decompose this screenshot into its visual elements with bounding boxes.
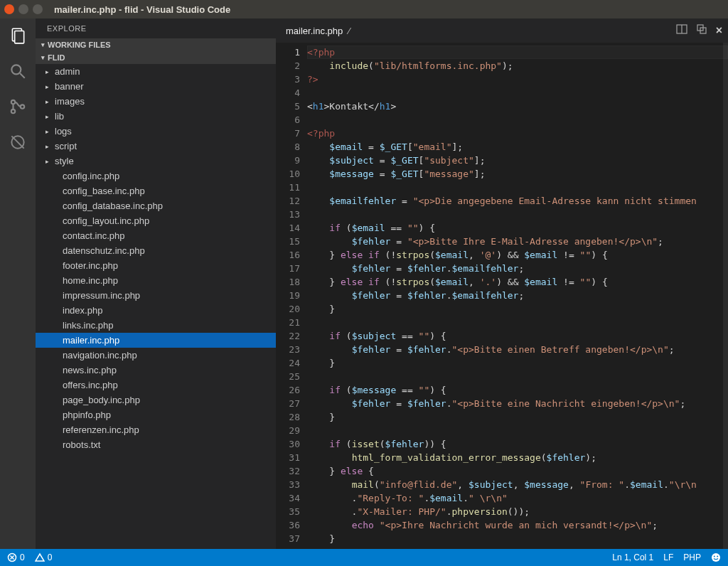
file-mailer-inc-php[interactable]: mailer.inc.php — [36, 333, 276, 348]
file-referenzen-inc-php[interactable]: referenzen.inc.php — [36, 422, 276, 437]
file-home-inc-php[interactable]: home.inc.php — [36, 273, 276, 288]
working-files-header[interactable]: ▾WORKING FILES — [36, 38, 276, 51]
status-errors[interactable]: 0 — [7, 552, 25, 562]
window-titlebar: mailer.inc.php - flid - Visual Studio Co… — [0, 0, 728, 18]
svg-point-4 — [11, 100, 15, 104]
svg-line-3 — [20, 73, 25, 78]
split-editor-icon[interactable] — [676, 23, 687, 38]
file-index-php[interactable]: index.php — [36, 303, 276, 318]
tab-mailer[interactable]: mailer.inc.php ⁄ — [286, 26, 350, 36]
activity-bar — [0, 18, 36, 549]
folder-script[interactable]: script — [36, 139, 276, 154]
file-phpinfo-php[interactable]: phpinfo.php — [36, 407, 276, 422]
svg-rect-1 — [15, 31, 24, 43]
sidebar-title: EXPLORE — [36, 18, 276, 38]
code-content[interactable]: <?php include("lib/htmlforms.inc.php");?… — [307, 43, 728, 549]
more-actions-icon[interactable] — [696, 23, 707, 38]
window-maximize-button[interactable] — [33, 4, 43, 14]
project-header[interactable]: ▾FLID — [36, 51, 276, 64]
editor[interactable]: 1234567891011121314151617181920212223242… — [276, 43, 728, 549]
folder-logs[interactable]: logs — [36, 124, 276, 139]
file-footer-inc-php[interactable]: footer.inc.php — [36, 258, 276, 273]
file-robots-txt[interactable]: robots.txt — [36, 437, 276, 452]
window-minimize-button[interactable] — [18, 4, 28, 14]
tab-bar: mailer.inc.php ⁄ × — [276, 18, 728, 43]
folder-banner[interactable]: banner — [36, 79, 276, 94]
close-editor-icon[interactable]: × — [716, 24, 722, 37]
tab-label: mailer.inc.php — [286, 26, 343, 36]
folder-style[interactable]: style — [36, 154, 276, 169]
sidebar: EXPLORE ▾WORKING FILES ▾FLID adminbanner… — [36, 18, 276, 549]
file-navigation-inc-php[interactable]: navigation.inc.php — [36, 348, 276, 363]
feedback-icon[interactable] — [711, 552, 721, 562]
line-number-gutter: 1234567891011121314151617181920212223242… — [276, 43, 307, 549]
window-close-button[interactable] — [4, 4, 14, 14]
editor-area: mailer.inc.php ⁄ × 123456789101112131415… — [276, 18, 728, 549]
window-title: mailer.inc.php - flid - Visual Studio Co… — [54, 4, 230, 15]
scrollbar[interactable] — [723, 43, 728, 549]
svg-point-5 — [11, 110, 15, 113]
file-offers-inc-php[interactable]: offers.inc.php — [36, 378, 276, 393]
status-encoding[interactable]: LF — [663, 552, 673, 562]
file-datenschutz-inc-php[interactable]: datenschutz.inc.php — [36, 243, 276, 258]
file-config_base-inc-php[interactable]: config_base.inc.php — [36, 183, 276, 198]
status-bar: 0 0 Ln 1, Col 1 LF PHP — [0, 549, 728, 566]
chevron-down-icon: ▾ — [41, 54, 45, 61]
status-language[interactable]: PHP — [683, 552, 701, 562]
file-news-inc-php[interactable]: news.inc.php — [36, 363, 276, 378]
file-contact-inc-php[interactable]: contact.inc.php — [36, 228, 276, 243]
file-config_database-inc-php[interactable]: config_database.inc.php — [36, 198, 276, 213]
status-cursor-position[interactable]: Ln 1, Col 1 — [612, 552, 653, 562]
svg-point-17 — [714, 556, 715, 557]
explorer-icon[interactable] — [8, 26, 28, 46]
folder-admin[interactable]: admin — [36, 64, 276, 79]
file-page_body-inc-php[interactable]: page_body.inc.php — [36, 393, 276, 407]
file-config-inc-php[interactable]: config.inc.php — [36, 169, 276, 183]
status-warnings[interactable]: 0 — [35, 552, 53, 562]
folder-lib[interactable]: lib — [36, 109, 276, 124]
chevron-down-icon: ▾ — [41, 41, 45, 48]
folder-images[interactable]: images — [36, 94, 276, 109]
debug-icon[interactable] — [8, 132, 28, 152]
svg-point-16 — [712, 553, 720, 562]
svg-point-18 — [717, 556, 718, 557]
source-control-icon[interactable] — [8, 97, 28, 117]
file-links-inc-php[interactable]: links.inc.php — [36, 318, 276, 333]
svg-point-2 — [11, 65, 21, 74]
close-icon[interactable]: ⁄ — [348, 26, 350, 36]
file-tree: adminbannerimagesliblogsscriptstyleconfi… — [36, 64, 276, 549]
file-config_layout-inc-php[interactable]: config_layout.inc.php — [36, 213, 276, 228]
file-impressum-inc-php[interactable]: impressum.inc.php — [36, 288, 276, 303]
svg-point-6 — [21, 105, 24, 108]
search-icon[interactable] — [8, 61, 28, 81]
